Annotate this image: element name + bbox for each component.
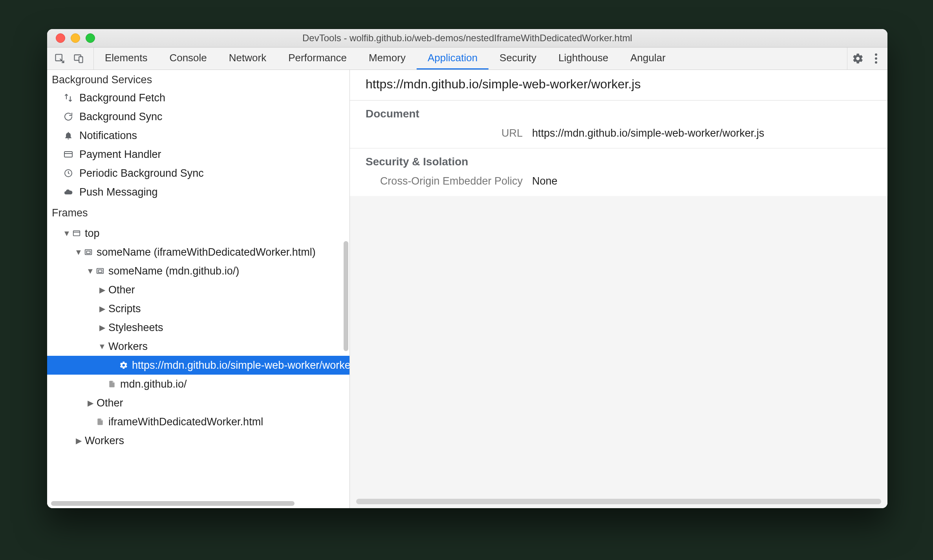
bg-service-background-sync[interactable]: Background Sync [52,107,349,126]
sidebar: Background Services Background FetchBack… [47,70,350,508]
bg-service-label: Background Fetch [79,92,165,104]
bg-service-notifications[interactable]: Notifications [52,126,349,145]
tree-scripts[interactable]: ▶Scripts [47,299,349,318]
tree-other-2[interactable]: ▶Other [47,393,349,412]
row-url: URL https://mdn.github.io/simple-web-wor… [366,127,872,139]
tree-iframe-doc[interactable]: iframeWithDedicatedWorker.html [47,412,349,431]
bell-icon [63,131,74,140]
card-icon [63,150,74,159]
arrows-icon [63,93,74,102]
titlebar: DevTools - wolfib.github.io/web-demos/ne… [47,29,887,48]
tab-memory[interactable]: Memory [358,48,417,70]
tab-network[interactable]: Network [218,48,277,70]
tree-workers[interactable]: ▼Workers [47,337,349,356]
sync-icon [63,112,74,121]
settings-icon[interactable] [852,53,864,64]
tab-strip: ElementsConsoleNetworkPerformanceMemoryA… [47,48,887,70]
frames-tree: ▼top ▼someName (iframeWithDedicatedWorke… [47,224,349,450]
svg-rect-8 [73,231,80,236]
tree-top[interactable]: ▼top [47,224,349,243]
tab-angular[interactable]: Angular [619,48,677,70]
content-title: https://mdn.github.io/simple-web-worker/… [350,70,887,101]
svg-point-5 [875,61,877,64]
svg-rect-10 [86,251,90,253]
main-scrollbar-horizontal[interactable] [356,499,881,504]
sidebar-scrollbar-vertical[interactable] [344,241,348,351]
tree-doc[interactable]: mdn.github.io/ [47,375,349,393]
bg-service-label: Payment Handler [79,148,161,161]
main-panel: https://mdn.github.io/simple-web-worker/… [350,70,887,508]
value-url: https://mdn.github.io/simple-web-worker/… [532,127,764,139]
tree-workers-2[interactable]: ▶Workers [47,431,349,450]
bg-service-label: Notifications [79,130,137,142]
minimize-window-button[interactable] [71,33,80,43]
more-icon[interactable] [874,53,878,64]
tab-console[interactable]: Console [158,48,218,70]
tab-application[interactable]: Application [417,48,488,70]
bg-service-label: Periodic Background Sync [79,167,204,179]
body: Background Services Background FetchBack… [47,70,887,508]
tree-stylesheets[interactable]: ▶Stylesheets [47,318,349,337]
bg-service-payment-handler[interactable]: Payment Handler [52,145,349,164]
tree-frame-1[interactable]: ▼someName (iframeWithDedicatedWorker.htm… [47,243,349,262]
svg-rect-2 [79,57,82,62]
bg-service-label: Background Sync [79,111,163,123]
tab-performance[interactable]: Performance [277,48,358,70]
bg-service-background-fetch[interactable]: Background Fetch [52,88,349,107]
svg-point-3 [875,53,877,56]
device-toolbar-icon[interactable] [73,53,84,64]
section-frames: Frames [47,205,349,221]
tree-other[interactable]: ▶Other [47,280,349,299]
inspect-icon[interactable] [54,53,65,64]
panel-title-security: Security & Isolation [366,156,872,168]
clock-icon [63,168,74,178]
row-coep: Cross-Origin Embedder Policy None [366,175,872,187]
section-background-services: Background Services [47,72,349,88]
tree-frame-2[interactable]: ▼someName (mdn.github.io/) [47,262,349,280]
window-title: DevTools - wolfib.github.io/web-demos/ne… [47,33,887,44]
label-coep: Cross-Origin Embedder Policy [366,175,532,187]
value-coep: None [532,175,558,187]
svg-rect-6 [64,152,72,157]
bg-service-label: Push Messaging [79,186,158,198]
label-url: URL [366,127,532,139]
tree-worker-selected[interactable]: https://mdn.github.io/simple-web-worker/… [47,356,349,375]
tab-security[interactable]: Security [488,48,547,70]
panel-title-document: Document [366,108,872,120]
bg-service-push-messaging[interactable]: Push Messaging [52,183,349,201]
close-window-button[interactable] [56,33,65,43]
panel-document: Document URL https://mdn.github.io/simpl… [350,101,887,148]
cloud-icon [63,187,74,197]
bg-service-periodic-background-sync[interactable]: Periodic Background Sync [52,164,349,183]
panel-security: Security & Isolation Cross-Origin Embedd… [350,148,887,196]
devtools-window: DevTools - wolfib.github.io/web-demos/ne… [47,29,887,508]
window-controls [47,33,95,43]
svg-rect-12 [98,270,102,272]
sidebar-scrollbar-horizontal[interactable] [51,501,295,506]
tab-lighthouse[interactable]: Lighthouse [547,48,619,70]
svg-point-4 [875,57,877,60]
tab-elements[interactable]: Elements [94,48,158,70]
zoom-window-button[interactable] [86,33,95,43]
